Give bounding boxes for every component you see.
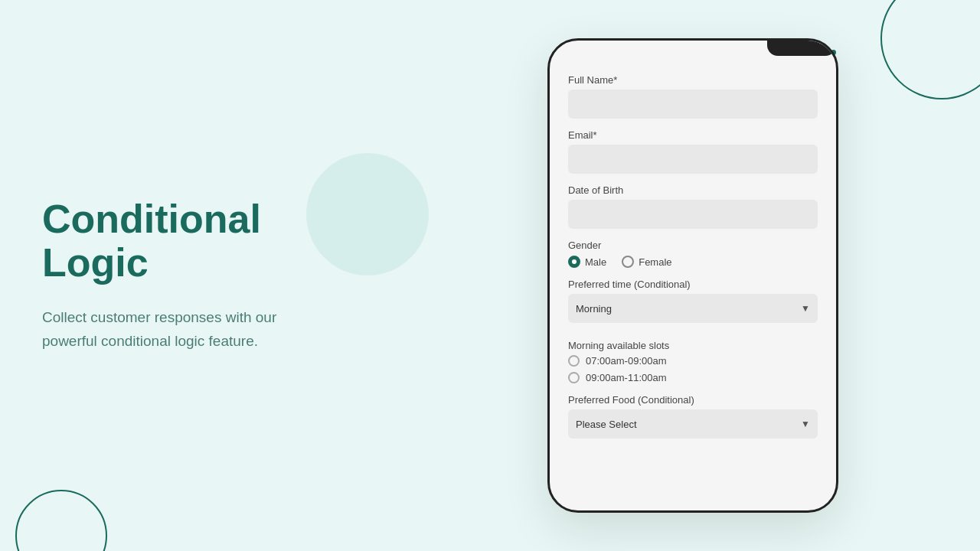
gender-radio-group: Male Female xyxy=(568,256,818,268)
gender-label: Gender xyxy=(568,240,818,251)
slot-radio-2[interactable] xyxy=(568,372,580,383)
dob-group: Date of Birth xyxy=(568,184,818,229)
slot-item-2[interactable]: 09:00am-11:00am xyxy=(568,372,818,383)
gender-female-radio[interactable] xyxy=(622,256,634,268)
email-input[interactable] xyxy=(568,145,818,174)
gender-male-option[interactable]: Male xyxy=(568,256,606,268)
gender-male-label: Male xyxy=(585,256,606,268)
preferred-food-select-wrapper: Please Select Vegetarian Non-Vegetarian … xyxy=(568,409,818,439)
preferred-time-select[interactable]: Morning Afternoon Evening xyxy=(568,294,818,323)
preferred-food-select[interactable]: Please Select Vegetarian Non-Vegetarian … xyxy=(568,409,818,439)
dob-input[interactable] xyxy=(568,200,818,229)
full-name-label: Full Name* xyxy=(568,74,818,86)
deco-circle-bottom-left xyxy=(15,490,107,551)
full-name-group: Full Name* xyxy=(568,74,818,119)
sub-description: Collect customer responses with our powe… xyxy=(42,307,333,354)
preferred-time-label: Preferred time (Conditional) xyxy=(568,279,818,290)
full-name-input[interactable] xyxy=(568,90,818,119)
gender-female-label: Female xyxy=(639,256,671,268)
phone-form-content: Full Name* Email* Date of Birth Gender M… xyxy=(550,62,836,513)
slot-label-1: 07:00am-09:00am xyxy=(586,355,667,367)
slot-label-2: 09:00am-11:00am xyxy=(586,372,667,383)
morning-slots-group: Morning available slots 07:00am-09:00am … xyxy=(568,340,818,383)
slot-item-1[interactable]: 07:00am-09:00am xyxy=(568,355,818,367)
preferred-food-label: Preferred Food (Conditional) xyxy=(568,394,818,406)
gender-group: Gender Male Female xyxy=(568,240,818,268)
email-label: Email* xyxy=(568,129,818,141)
gender-male-radio[interactable] xyxy=(568,256,580,268)
main-title: Conditional Logic xyxy=(42,197,333,285)
preferred-food-group: Preferred Food (Conditional) Please Sele… xyxy=(568,394,818,439)
slot-radio-1[interactable] xyxy=(568,355,580,367)
phone-notch xyxy=(767,41,836,56)
preferred-time-group: Preferred time (Conditional) Morning Aft… xyxy=(568,279,818,323)
dob-label: Date of Birth xyxy=(568,184,818,196)
gender-female-option[interactable]: Female xyxy=(622,256,671,268)
deco-circle-top-right xyxy=(880,0,980,99)
preferred-time-select-wrapper: Morning Afternoon Evening ▼ xyxy=(568,294,818,323)
email-group: Email* xyxy=(568,129,818,174)
divider-1 xyxy=(568,334,818,340)
phone-mockup: Full Name* Email* Date of Birth Gender M… xyxy=(547,38,838,513)
morning-slots-label: Morning available slots xyxy=(568,340,818,351)
left-panel: Conditional Logic Collect customer respo… xyxy=(42,197,333,353)
